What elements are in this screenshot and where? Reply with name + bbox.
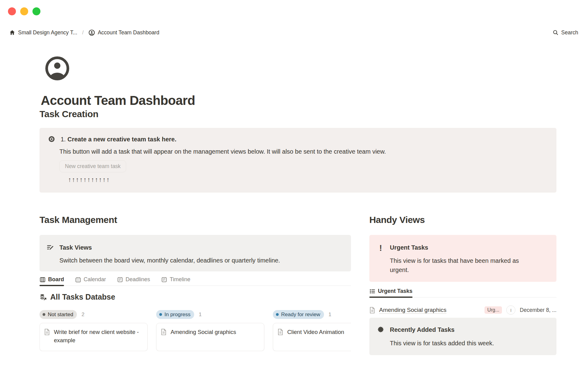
tab-calendar[interactable]: Calendar (75, 276, 106, 286)
tab-timeline-label: Timeline (170, 276, 190, 283)
close-window-button[interactable] (8, 7, 16, 15)
task-card-title: Client Video Animation (287, 328, 344, 346)
recently-added-callout: Recently Added Tasks This view is for ta… (369, 318, 556, 355)
urgent-callout-description: This view is for tasks that have been ma… (390, 256, 538, 274)
task-creation-heading: Task Creation (40, 108, 556, 120)
status-pill[interactable]: In progress (156, 310, 194, 319)
tab-deadlines[interactable]: Deadlines (117, 276, 150, 286)
status-dot (276, 313, 279, 316)
step-number: 1. (61, 136, 66, 143)
column-count: 1 (199, 312, 202, 318)
search-button[interactable]: Search (551, 29, 580, 37)
tab-urgent-tasks-label: Urgent Tasks (378, 288, 413, 294)
page-avatar-icon[interactable] (45, 56, 70, 81)
breadcrumb-page[interactable]: Account Team Dashboard (87, 29, 160, 36)
task-management-heading: Task Management (40, 214, 351, 226)
status-pill[interactable]: Ready for review (273, 310, 324, 319)
kanban-board: Not started 2 Wri (40, 310, 351, 351)
recently-added-description: This view is for tasks added this week. (390, 339, 549, 348)
board-column-in-progress: In progress 1 Ame (156, 310, 264, 351)
exclamation-icon: ! (377, 243, 385, 252)
task-card[interactable]: Amending Social graphics (156, 323, 264, 351)
task-card[interactable]: Write brief for new client website - exa… (40, 323, 148, 351)
minimize-window-button[interactable] (20, 7, 28, 15)
zoom-window-button[interactable] (32, 7, 40, 15)
assignee-avatar: I (506, 305, 515, 315)
tab-timeline[interactable]: Timeline (161, 276, 190, 286)
step-text: Create a new creative team task here. (67, 136, 176, 143)
tab-board-label: Board (48, 276, 64, 283)
urgent-task-row[interactable]: Amending Social graphics Urg... I Decemb… (369, 305, 556, 315)
database-title: All Tasks Databse (50, 293, 115, 301)
search-label: Search (561, 29, 578, 36)
urgent-callout-title: Urgent Tasks (390, 243, 428, 252)
handy-views-section: Handy Views ! Urgent Tasks This view is … (369, 214, 556, 355)
urgent-tasks-callout: ! Urgent Tasks This view is for tasks th… (369, 235, 556, 282)
column-count: 1 (329, 312, 331, 318)
list-page-icon (161, 277, 167, 283)
home-icon (9, 29, 15, 36)
breadcrumb: Small Design Agency T... / Account Team … (8, 29, 160, 36)
page-icon (44, 328, 50, 346)
task-views-callout: Task Views Switch between the board view… (40, 235, 351, 271)
tab-board[interactable]: Board (40, 276, 64, 286)
list-view-icon (369, 288, 375, 294)
top-bar: Small Design Agency T... / Account Team … (0, 28, 588, 37)
breadcrumb-page-label: Account Team Dashboard (98, 29, 159, 36)
urgent-tag: Urg... (484, 306, 502, 314)
page-title: Account Team Dashboard (41, 93, 556, 108)
urgent-task-title-link[interactable]: Amending Social graphics (379, 307, 447, 313)
task-card-title: Write brief for new client website - exa… (54, 328, 143, 346)
task-creation-callout: 1. Create a new creative team task here.… (40, 128, 556, 193)
page-body: Account Team Dashboard Task Creation 1. … (40, 56, 556, 355)
new-creative-team-task-button[interactable]: New creative team task (59, 160, 126, 172)
status-label: Not started (48, 312, 73, 318)
compose-edit-icon (46, 243, 54, 251)
target-icon (47, 135, 55, 143)
due-date: December 8, ... (520, 307, 556, 313)
recently-added-title: Recently Added Tasks (390, 325, 454, 334)
task-card-title: Amending Social graphics (171, 328, 236, 346)
up-arrows-decoration: ↑↑↑↑↑↑↑↑↑↑↑ (68, 176, 547, 183)
tab-deadlines-label: Deadlines (126, 276, 150, 283)
database-title-row[interactable]: All Tasks Databse (40, 293, 351, 301)
page-icon (369, 307, 375, 314)
window-controls (8, 7, 40, 15)
status-label: In progress (164, 312, 190, 318)
calendar-icon (75, 277, 81, 283)
board-column-ready-for-review: Ready for review 1 (273, 310, 351, 351)
handy-views-heading: Handy Views (369, 214, 556, 226)
status-label: Ready for review (281, 312, 320, 318)
breadcrumb-workspace-label: Small Design Agency T... (18, 29, 77, 36)
board-icon (40, 277, 46, 283)
task-views-description: Switch between the board view, monthly c… (59, 256, 344, 265)
breadcrumb-separator: / (81, 29, 84, 36)
search-icon (552, 29, 559, 36)
burst-badge-icon (377, 325, 385, 333)
status-dot (43, 313, 45, 316)
view-tabbar: Board Calendar (40, 276, 351, 286)
status-dot (159, 313, 162, 316)
board-column-not-started: Not started 2 Wri (40, 310, 148, 351)
task-views-title: Task Views (59, 243, 92, 252)
task-creation-step: 1. Create a new creative team task here. (61, 135, 176, 144)
status-pill[interactable]: Not started (40, 310, 77, 319)
page-icon (161, 328, 167, 346)
tab-urgent-tasks[interactable]: Urgent Tasks (369, 288, 413, 297)
urgent-tabbar: Urgent Tasks (369, 288, 556, 297)
person-circle-icon (89, 29, 95, 36)
page-icon (277, 328, 283, 346)
tab-calendar-label: Calendar (84, 276, 106, 283)
column-count: 2 (81, 312, 84, 318)
task-management-section: Task Management Task Views (40, 214, 351, 355)
list-page-icon (117, 277, 123, 283)
task-creation-description: This button will add a task that will ap… (59, 147, 547, 156)
database-icon (40, 293, 47, 301)
task-card[interactable]: Client Video Animation (273, 323, 351, 351)
breadcrumb-workspace[interactable]: Small Design Agency T... (8, 29, 78, 36)
